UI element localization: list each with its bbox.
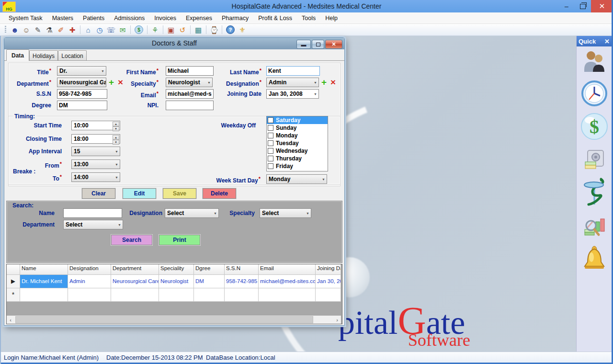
delete-button[interactable]: Delete [203, 188, 236, 199]
prescription-icon[interactable]: ✐ [55, 25, 67, 34]
menu-tools[interactable]: Tools [297, 13, 320, 23]
menu-pharmacy[interactable]: Pharmacy [217, 13, 253, 23]
add-designation-icon[interactable]: + [321, 77, 327, 88]
grid-cell-department[interactable]: Neurosurgical Care [111, 275, 159, 288]
grid-new-row-marker[interactable]: * [7, 288, 20, 302]
grid-header-designation[interactable]: Designation [68, 264, 111, 275]
grid-empty-cell[interactable] [316, 288, 341, 302]
spin-up-icon[interactable]: ▲ [113, 135, 119, 140]
package-icon[interactable]: ▣ [165, 25, 177, 34]
emergency-icon[interactable]: ✚ [67, 25, 78, 34]
week-start-day-combo[interactable]: Monday [266, 174, 327, 184]
dialog-minimize-button[interactable]: ▬ [296, 40, 311, 49]
quick-billing-icon[interactable]: $ [580, 113, 608, 140]
tab-location[interactable]: Location [58, 50, 87, 61]
joining-date-picker[interactable]: Jan 30, 2008 [266, 89, 319, 99]
grid-empty-cell[interactable] [20, 288, 68, 302]
grid-header-name[interactable]: Name [20, 264, 68, 275]
search-department-combo[interactable]: Select [63, 220, 123, 229]
grid-empty-cell[interactable] [68, 288, 111, 302]
tab-holidays[interactable]: Holidays [29, 50, 58, 61]
grid-cell-ssn[interactable]: 958-742-985 [225, 275, 259, 288]
grid-cell-speciality[interactable]: Neurologist [159, 275, 194, 288]
scrollbar-thumb[interactable] [15, 316, 313, 323]
dollar-icon[interactable]: $ [135, 25, 143, 34]
tab-data[interactable]: Data [6, 49, 29, 61]
spin-down-icon[interactable]: ▼ [113, 126, 119, 131]
lab-icon[interactable]: ⚗ [44, 25, 55, 34]
restore-button[interactable] [575, 0, 591, 12]
scroll-left-icon[interactable]: ‹ [7, 317, 14, 323]
grid-empty-cell[interactable] [259, 288, 316, 302]
menu-masters[interactable]: Masters [47, 13, 78, 23]
quick-clock-icon[interactable] [581, 80, 608, 107]
menu-expenses[interactable]: Expenses [181, 13, 217, 23]
quick-audit-icon[interactable] [583, 215, 606, 238]
grid-empty-cell[interactable] [225, 288, 259, 302]
plant-icon[interactable]: ⚘ [149, 25, 161, 34]
staff-icon[interactable]: ☻ [9, 25, 21, 34]
weekday-row-monday[interactable]: Monday [267, 132, 328, 139]
break-to-combo[interactable]: 14:00 [71, 172, 120, 182]
report-icon[interactable]: ▦ [193, 25, 204, 34]
grid-header-ssn[interactable]: S.S.N [225, 264, 259, 275]
clear-button[interactable]: Clear [82, 188, 115, 199]
doctor-icon[interactable]: ☺ [21, 25, 32, 34]
quick-pharmacy-icon[interactable] [582, 177, 607, 208]
grid-cell-designation[interactable]: Admin [68, 275, 111, 288]
npi-input[interactable] [166, 101, 214, 110]
close-button[interactable]: ✕ [591, 0, 613, 12]
specialty-combo[interactable]: Neurologist [166, 78, 213, 87]
checkbox-icon[interactable] [268, 156, 273, 161]
last-name-input[interactable] [266, 66, 320, 76]
grid-header-joining-date[interactable]: Joining Date [316, 264, 341, 275]
quick-cash-safe-icon[interactable] [583, 149, 605, 171]
grid-header-department[interactable]: Department [111, 264, 159, 275]
billing-icon[interactable]: ✉ [117, 25, 128, 34]
grid-header-speciality[interactable]: Speciality [159, 264, 194, 275]
menu-invoices[interactable]: Invoices [149, 13, 181, 23]
checkbox-icon[interactable] [268, 125, 273, 131]
grid-header-dgree[interactable]: Dgree [194, 264, 225, 275]
print-button[interactable]: Print [159, 235, 200, 245]
weekday-row-friday[interactable]: Friday [267, 162, 328, 170]
search-specialty-combo[interactable]: Select [260, 208, 311, 218]
grid-empty-cell[interactable] [194, 288, 225, 302]
quick-reminder-bell-icon[interactable] [583, 246, 606, 273]
checkbox-icon[interactable] [268, 148, 273, 154]
dialog-close-button[interactable]: ✕ [325, 40, 342, 49]
degree-input[interactable] [57, 101, 107, 110]
email-input[interactable] [166, 89, 214, 99]
grid-empty-cell[interactable] [159, 288, 194, 302]
first-name-input[interactable] [166, 66, 214, 76]
schedule-icon[interactable]: ⌚ [208, 25, 220, 34]
break-from-combo[interactable]: 13:00 [71, 159, 120, 169]
checkbox-icon[interactable] [268, 117, 273, 123]
grid-header-selector[interactable] [7, 264, 20, 275]
weekday-row-thursday[interactable]: Thursday [267, 155, 328, 162]
department-combo[interactable]: Neurosurgical Care [57, 78, 106, 87]
quick-close-icon[interactable]: ✕ [604, 38, 610, 45]
checkbox-icon[interactable] [268, 163, 273, 169]
quick-staff-icon[interactable] [581, 49, 607, 73]
undo-icon[interactable]: ↺ [177, 25, 188, 34]
minimize-button[interactable]: – [558, 0, 575, 12]
grid-row-selector[interactable]: ▶ [7, 275, 20, 288]
ssn-input[interactable] [57, 89, 107, 99]
grid-horizontal-scrollbar[interactable]: ‹ › [7, 316, 341, 324]
weekday-row-saturday[interactable]: Saturday [267, 116, 328, 124]
bell-icon[interactable]: ⚜ [237, 25, 248, 34]
start-time-spinner[interactable]: 10:00▲▼ [71, 121, 120, 130]
dialog-maximize-button[interactable] [312, 40, 324, 49]
search-button[interactable]: Search [111, 235, 152, 245]
grid-header-email[interactable]: Email [259, 264, 316, 275]
save-button[interactable]: Save [163, 188, 196, 199]
scroll-right-icon[interactable]: › [333, 317, 341, 323]
menu-system-task[interactable]: System Task [4, 13, 47, 23]
signature-icon[interactable]: ✎ [32, 25, 44, 34]
grid-cell-email[interactable]: michael@med-sites.com [259, 275, 316, 288]
checkbox-icon[interactable] [268, 133, 273, 138]
search-name-input[interactable] [63, 208, 122, 218]
title-combo[interactable]: Dr. [57, 66, 106, 76]
fax-icon[interactable]: ☏ [105, 25, 117, 34]
